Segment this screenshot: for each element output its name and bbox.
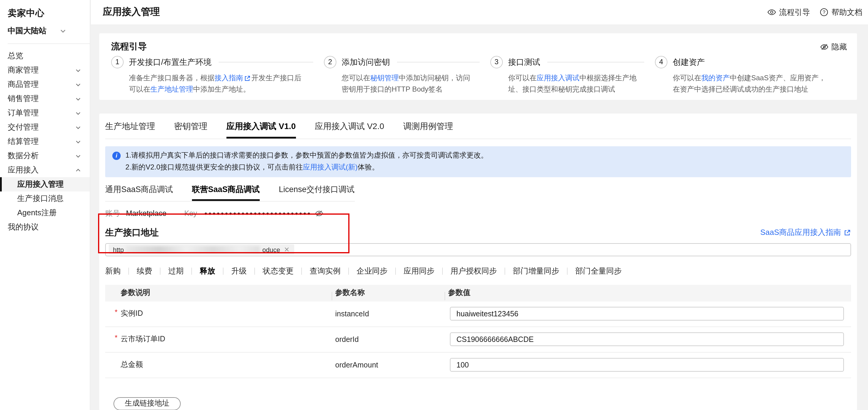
table-row: *总金额 orderAmount <box>105 352 851 378</box>
inline-link[interactable]: 我的资产 <box>701 74 730 82</box>
saas-access-guide-link[interactable]: SaaS商品应用接入指南 <box>760 227 851 238</box>
flow-guide-toggle[interactable]: 流程引导 <box>767 7 810 18</box>
sidebar-item-我的协议[interactable]: 我的协议 <box>0 220 90 234</box>
param-value-cell <box>444 358 851 372</box>
step-connector <box>397 62 479 62</box>
notice-line: 1.请模拟用户真实下单后的接口请求需要的接口参数，参数中预置的参数值皆为虚拟值，… <box>125 150 488 162</box>
param-value-cell <box>444 307 851 321</box>
action-状态变更[interactable]: 状态变更 <box>263 265 293 276</box>
text-segment: 准备生产接口服务器，根据 <box>129 74 215 82</box>
action-企业同步[interactable]: 企业同步 <box>356 265 388 276</box>
key-masked-value: ●●●●●●●●●●●●●●●●●●●●●●●●●● <box>204 210 311 216</box>
eye-icon <box>767 8 776 17</box>
chevron-down-icon <box>59 27 67 34</box>
column-header-desc: 参数说明 <box>105 288 332 298</box>
action-用户授权同步[interactable]: 用户授权同步 <box>451 265 497 276</box>
sidebar-item-label: 数据分析 <box>8 150 75 161</box>
text-segment: 你可以在 <box>673 74 701 82</box>
sidebar-item-订单管理[interactable]: 订单管理 <box>0 106 90 120</box>
main-tabs: 生产地址管理密钥管理应用接入调试 V1.0应用接入调试 V2.0调测用例管理 <box>105 114 851 139</box>
hide-guide-button[interactable]: 隐藏 <box>820 41 847 52</box>
action-部门增量同步[interactable]: 部门增量同步 <box>513 265 559 276</box>
help-doc-link[interactable]: ? 帮助文档 <box>819 7 862 18</box>
sidebar-item-总览[interactable]: 总览 <box>0 49 90 63</box>
action-部门全量同步[interactable]: 部门全量同步 <box>575 265 622 276</box>
inline-link[interactable]: 应用接入调试(新) <box>303 163 358 171</box>
step-title: 创建资产 <box>673 57 705 67</box>
subtab-License交付接口调试[interactable]: License交付接口调试 <box>279 184 354 201</box>
sidebar-item-交付管理[interactable]: 交付管理 <box>0 120 90 135</box>
sidebar-subitem-生产接口消息[interactable]: 生产接口消息 <box>0 192 90 206</box>
hide-guide-label: 隐藏 <box>832 41 847 52</box>
action-过期[interactable]: 过期 <box>168 265 184 276</box>
text-segment: 1.请模拟用户真实下单后的接口请求需要的接口参数，参数中预置的参数值皆为虚拟值，… <box>125 151 488 159</box>
chevron-down-icon <box>75 124 82 130</box>
inline-link[interactable]: 应用接入调试 <box>537 74 580 82</box>
required-asterisk: * <box>115 333 117 342</box>
sidebar-item-label: 订单管理 <box>8 108 75 118</box>
flow-guide-title: 流程引导 <box>111 41 147 52</box>
action-查询实例[interactable]: 查询实例 <box>310 265 341 276</box>
sidebar-item-商家管理[interactable]: 商家管理 <box>0 63 90 77</box>
remove-tag-button[interactable] <box>284 246 290 253</box>
sidebar-item-应用接入[interactable]: 应用接入 <box>0 163 90 177</box>
redacted-url-segment <box>126 246 260 253</box>
reveal-key-button[interactable] <box>315 209 323 217</box>
param-name-cell: orderAmount <box>332 361 444 369</box>
parameter-table-header: 参数说明 参数名称 参数值 <box>105 285 851 301</box>
sidebar-subitem-应用接入管理[interactable]: 应用接入管理 <box>0 177 90 192</box>
sidebar-item-结算管理[interactable]: 结算管理 <box>0 135 90 149</box>
sidebar-item-数据分析[interactable]: 数据分析 <box>0 149 90 163</box>
eye-off-icon <box>315 210 323 218</box>
param-value-input[interactable] <box>450 307 844 321</box>
close-icon <box>284 246 290 253</box>
region-selector[interactable]: 中国大陆站 <box>0 19 90 36</box>
sidebar-item-商品管理[interactable]: 商品管理 <box>0 77 90 92</box>
flow-step-head: 1开发接口/布置生产环境 <box>111 56 324 68</box>
tab-调测用例管理[interactable]: 调测用例管理 <box>403 121 453 139</box>
chevron-down-icon <box>75 110 82 116</box>
action-新购[interactable]: 新购 <box>105 265 121 276</box>
step-description: 准备生产接口服务器，根据接入指南开发生产接口后可以在生产地址管理中添加生产地址。 <box>129 72 307 94</box>
chevron-down-icon <box>75 67 82 74</box>
flow-step-head: 2添加访问密钥 <box>324 56 490 68</box>
table-row: *实例ID instanceId <box>105 301 851 327</box>
step-number-badge: 2 <box>324 56 336 68</box>
step-number-badge: 3 <box>490 56 503 68</box>
param-desc-cell: *总金额 <box>105 360 332 370</box>
text-segment: 体验。 <box>358 163 379 171</box>
svg-text:?: ? <box>823 9 825 15</box>
sidebar-item-销售管理[interactable]: 销售管理 <box>0 92 90 106</box>
generate-link-button[interactable]: 生成链接地址 <box>114 397 181 410</box>
flow-step-3: 3接口测试你可以在应用接入调试中根据选择生产地址、接口类型和秘钥完成接口调试 <box>490 56 655 94</box>
param-value-input[interactable] <box>450 358 844 372</box>
action-应用同步[interactable]: 应用同步 <box>404 265 434 276</box>
action-divider <box>348 267 349 274</box>
action-续费[interactable]: 续费 <box>137 265 152 276</box>
column-header-name: 参数名称 <box>332 288 444 298</box>
flow-guide-panel: 流程引导 隐藏 1开发接口/布置生产环境准备生产接口服务器，根据接入指南开发生产… <box>99 33 857 100</box>
tab-应用接入调试 V2.0[interactable]: 应用接入调试 V2.0 <box>315 121 384 139</box>
endpoint-address-select[interactable]: http oduce <box>105 243 851 256</box>
subtab-联营SaaS商品调试[interactable]: 联营SaaS商品调试 <box>192 184 260 201</box>
sidebar-nav: 总览商家管理商品管理销售管理订单管理交付管理结算管理数据分析应用接入应用接入管理… <box>0 44 90 234</box>
param-name-cell: orderId <box>332 335 444 343</box>
action-释放[interactable]: 释放 <box>200 265 215 276</box>
tab-密钥管理[interactable]: 密钥管理 <box>174 121 208 139</box>
notice-text: 1.请模拟用户真实下单后的接口请求需要的接口参数，参数中预置的参数值皆为虚拟值，… <box>125 150 488 173</box>
tab-应用接入调试 V1.0[interactable]: 应用接入调试 V1.0 <box>226 121 296 139</box>
inline-link[interactable]: 接入指南 <box>215 74 243 82</box>
subtab-通用SaaS商品调试[interactable]: 通用SaaS商品调试 <box>105 184 173 201</box>
inline-link[interactable]: 秘钥管理 <box>370 74 399 82</box>
action-divider <box>191 267 192 274</box>
parameter-table: 参数说明 参数名称 参数值 *实例ID instanceId *云市场订单ID … <box>105 285 851 378</box>
sidebar-item-label: 结算管理 <box>8 136 75 147</box>
param-value-input[interactable] <box>450 332 844 346</box>
action-升级[interactable]: 升级 <box>231 265 247 276</box>
sidebar-item-label: 交付管理 <box>8 122 75 133</box>
help-doc-label: 帮助文档 <box>832 7 862 18</box>
inline-link[interactable]: 生产地址管理 <box>150 85 193 93</box>
tab-生产地址管理[interactable]: 生产地址管理 <box>105 121 155 139</box>
sidebar-subitem-Agents注册[interactable]: Agents注册 <box>0 206 90 220</box>
flow-steps: 1开发接口/布置生产环境准备生产接口服务器，根据接入指南开发生产接口后可以在生产… <box>111 56 847 94</box>
